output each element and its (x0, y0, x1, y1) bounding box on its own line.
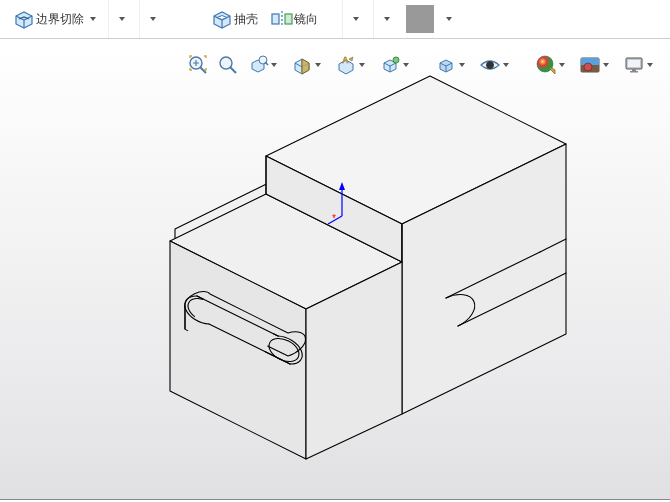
graphics-viewport[interactable]: * (0, 46, 670, 502)
svg-point-27 (487, 62, 494, 69)
shell-label: 抽壳 (234, 11, 258, 28)
display-style-icon (435, 54, 457, 76)
material-swatch[interactable] (406, 5, 434, 33)
feature-toolbar: 边界切除 抽壳 镜向 (0, 0, 670, 39)
solidworks-app: 边界切除 抽壳 镜向 (0, 0, 670, 502)
zoom-fit-button[interactable] (185, 52, 211, 78)
section-view-button[interactable] (289, 52, 329, 78)
svg-rect-0 (272, 14, 279, 24)
view-orientation-button[interactable] (377, 52, 417, 78)
mirror-button[interactable]: 镜向 (268, 0, 320, 38)
svg-rect-35 (632, 69, 636, 71)
feature-dropdown-3[interactable] (342, 0, 369, 38)
hide-show-button[interactable] (477, 52, 517, 78)
section-view-icon (291, 54, 313, 76)
svg-text:*: * (332, 213, 336, 224)
chevron-down-icon (503, 63, 509, 67)
zoom-area-icon (217, 54, 239, 76)
chevron-down-icon (459, 63, 465, 67)
mirror-icon (270, 7, 294, 31)
shell-icon (210, 7, 234, 31)
chevron-down-icon (271, 63, 277, 67)
monitor-icon (623, 54, 645, 76)
chevron-down-icon (403, 63, 409, 67)
feature-dropdown-1[interactable] (108, 0, 135, 38)
chevron-down-icon (647, 63, 653, 67)
feature-dropdown-5[interactable] (436, 0, 462, 38)
feature-dropdown-2[interactable] (139, 0, 166, 38)
svg-text:A: A (342, 55, 349, 65)
chevron-down-icon (559, 63, 565, 67)
dynamic-annotation-icon: A (335, 54, 357, 76)
eye-icon (479, 54, 501, 76)
edit-appearance-button[interactable] (533, 52, 573, 78)
mirror-label: 镜向 (294, 11, 318, 28)
dropdown-arrow-icon[interactable] (86, 0, 100, 38)
svg-rect-36 (630, 71, 638, 73)
previous-view-icon (247, 54, 269, 76)
chevron-down-icon (359, 63, 365, 67)
svg-rect-34 (628, 60, 640, 67)
model-view: * (0, 46, 670, 502)
scene-icon (579, 54, 601, 76)
apply-scene-button[interactable] (577, 52, 617, 78)
display-style-button[interactable] (433, 52, 473, 78)
svg-point-26 (393, 57, 399, 63)
boundary-cut-icon (12, 7, 36, 31)
svg-rect-1 (285, 14, 292, 24)
feature-dropdown-4[interactable] (373, 0, 400, 38)
view-orientation-icon (379, 54, 401, 76)
svg-line-22 (230, 67, 236, 73)
boundary-cut-label: 边界切除 (36, 11, 84, 28)
zoom-area-button[interactable] (215, 52, 241, 78)
svg-point-32 (584, 63, 592, 71)
svg-line-24 (265, 62, 268, 65)
zoom-fit-icon (187, 54, 209, 76)
chevron-down-icon (315, 63, 321, 67)
boundary-cut-button[interactable]: 边界切除 (10, 0, 86, 38)
dynamic-annotation-button[interactable]: A (333, 52, 373, 78)
previous-view-button[interactable] (245, 52, 285, 78)
shell-button[interactable]: 抽壳 (208, 0, 260, 38)
appearance-sphere-icon (535, 54, 557, 76)
view-toolbar: A (185, 48, 661, 82)
chevron-down-icon (603, 63, 609, 67)
view-settings-button[interactable] (621, 52, 661, 78)
